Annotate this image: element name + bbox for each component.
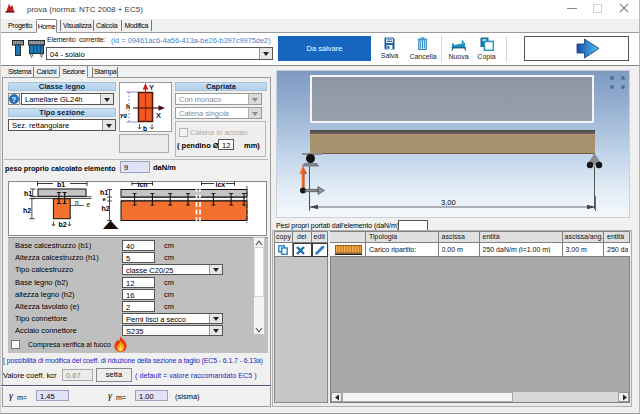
- svg-text:b: b: [143, 125, 147, 132]
- svg-text:X: X: [156, 111, 161, 120]
- svg-text:yg: yg: [120, 112, 127, 118]
- svg-text:?: ?: [12, 96, 16, 103]
- svg-text:b2: b2: [59, 221, 67, 228]
- svg-text:Y: Y: [149, 83, 154, 92]
- svg-text:e: e: [87, 201, 91, 208]
- svg-text:b1: b1: [57, 181, 65, 188]
- svg-text:h: h: [126, 103, 130, 110]
- svg-text:icn: icn: [138, 181, 148, 188]
- svg-text:e: e: [103, 196, 107, 202]
- svg-text:n: n: [75, 199, 79, 206]
- svg-text:h2: h2: [102, 205, 110, 212]
- svg-text:icx: icx: [216, 181, 226, 188]
- svg-text:h1: h1: [24, 190, 32, 197]
- svg-text:h2: h2: [23, 207, 31, 214]
